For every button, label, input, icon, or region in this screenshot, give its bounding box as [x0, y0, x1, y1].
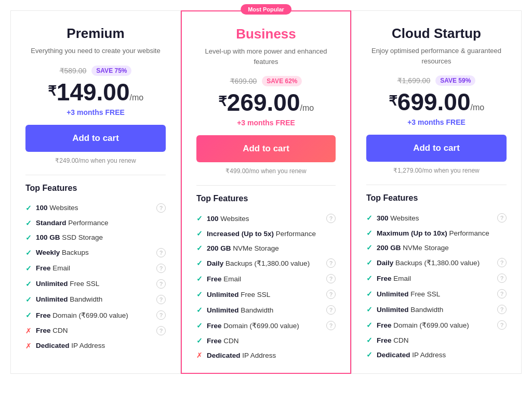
feature-item: ✓ Daily Backups (₹1,380.00 value) ? [366, 255, 507, 270]
info-icon[interactable]: ? [326, 290, 336, 299]
feature-left: ✓ 100 Websites [196, 214, 249, 223]
feature-left: ✓ Free CDN [366, 336, 409, 344]
feature-left: ✓ Free Email [196, 275, 241, 283]
feature-text: 100 Websites [36, 204, 78, 212]
pricing-card-premium: PremiumEverything you need to create you… [10, 10, 181, 374]
info-icon[interactable]: ? [156, 203, 166, 213]
feature-left: ✗ Dedicated IP Address [196, 351, 276, 359]
feature-left: ✓ Unlimited Free SSL [25, 280, 99, 288]
feature-text: Free Email [36, 264, 70, 272]
feature-left: ✓ Daily Backups (₹1,380.00 value) [366, 258, 480, 267]
current-price: ₹149.00/mo [25, 80, 166, 104]
pricing-grid: PremiumEverything you need to create you… [10, 10, 522, 374]
info-icon[interactable]: ? [326, 258, 336, 268]
section-divider [25, 175, 166, 175]
price-row: ₹699.00 SAVE 62% [196, 76, 336, 86]
info-icon[interactable]: ? [497, 213, 507, 223]
info-icon[interactable]: ? [497, 274, 507, 283]
info-icon[interactable]: ? [156, 264, 166, 273]
feature-left: ✓ 300 Websites [366, 214, 419, 222]
info-icon[interactable]: ? [156, 326, 166, 335]
plan-name: Cloud Startup [366, 25, 507, 42]
check-icon: ✓ [25, 219, 32, 227]
original-price: ₹1,699.00 [397, 76, 431, 85]
pricing-card-cloud-startup: Cloud StartupEnjoy optimised performance… [351, 10, 522, 374]
info-icon[interactable]: ? [497, 258, 507, 267]
info-icon[interactable]: ? [156, 295, 166, 304]
info-icon[interactable]: ? [326, 321, 336, 330]
add-to-cart-button[interactable]: Add to cart [25, 125, 166, 152]
plan-description: Everything you need to create your websi… [25, 46, 166, 56]
feature-item: ✓ Unlimited Bandwidth ? [196, 302, 336, 318]
pricing-card-business: Most PopularBusinessLevel-up with more p… [181, 10, 351, 374]
feature-text: Standard Performance [36, 219, 109, 227]
feature-left: ✗ Free CDN [25, 327, 68, 335]
info-icon[interactable]: ? [326, 274, 336, 283]
check-icon: ✓ [196, 336, 203, 345]
free-months-label: +3 months FREE [366, 118, 507, 126]
price-row: ₹589.00 SAVE 75% [25, 66, 166, 76]
feature-item: ✓ Free Email ? [196, 271, 336, 287]
feature-text: Free Email [377, 275, 411, 282]
info-icon[interactable]: ? [497, 289, 507, 298]
feature-text: Unlimited Bandwidth [207, 306, 273, 314]
info-icon[interactable]: ? [497, 305, 507, 314]
feature-left: ✓ Free CDN [196, 336, 239, 345]
feature-text: 300 Websites [377, 214, 419, 222]
feature-item: ✓ 200 GB NVMe Storage [196, 241, 336, 255]
feature-text: 200 GB NVMe Storage [377, 244, 449, 252]
price-row: ₹1,699.00 SAVE 59% [366, 75, 507, 86]
feature-item: ✗ Dedicated IP Address [25, 339, 166, 353]
feature-item: ✓ Free CDN [196, 333, 336, 348]
section-divider [366, 185, 507, 185]
info-icon[interactable]: ? [326, 305, 336, 315]
feature-item: ✓ Free CDN [366, 333, 507, 347]
check-icon: ✓ [366, 243, 373, 252]
feature-left: ✓ Unlimited Bandwidth [366, 305, 443, 314]
feature-left: ✓ Unlimited Bandwidth [196, 306, 273, 314]
feature-left: ✓ 100 Websites [25, 204, 78, 212]
info-icon[interactable]: ? [497, 320, 507, 330]
add-to-cart-button[interactable]: Add to cart [196, 135, 336, 162]
info-icon[interactable]: ? [156, 279, 166, 289]
info-icon[interactable]: ? [326, 214, 336, 223]
feature-text: Unlimited Bandwidth [377, 306, 443, 314]
feature-text: Free Domain (₹699.00 value) [207, 321, 299, 330]
renew-price: ₹1,279.00/mo when you renew [366, 167, 507, 174]
feature-text: Unlimited Free SSL [36, 280, 99, 288]
feature-text: Weekly Backups [36, 249, 89, 256]
plan-name: Premium [25, 25, 166, 42]
feature-text: Free Domain (₹699.00 value) [377, 321, 469, 329]
feature-text: Increased (Up to 5x) Performance [207, 230, 316, 238]
check-icon: ✓ [366, 258, 373, 267]
check-icon: ✓ [366, 336, 373, 344]
check-icon: ✓ [366, 350, 373, 359]
check-icon: ✓ [366, 229, 373, 237]
check-icon: ✓ [196, 214, 203, 223]
check-icon: ✓ [196, 229, 203, 238]
feature-text: Dedicated IP Address [36, 342, 105, 349]
original-price: ₹699.00 [230, 77, 257, 85]
current-price: ₹699.00/mo [366, 90, 507, 114]
feature-text: 200 GB NVMe Storage [207, 244, 279, 252]
feature-item: ✗ Free CDN ? [25, 323, 166, 339]
feature-left: ✓ Unlimited Free SSL [196, 290, 270, 298]
check-icon: ✓ [25, 249, 32, 257]
add-to-cart-button[interactable]: Add to cart [366, 135, 507, 162]
check-icon: ✓ [196, 259, 203, 267]
check-icon: ✓ [366, 321, 373, 329]
feature-item: ✓ Free Domain (₹699.00 value) ? [366, 317, 507, 333]
info-icon[interactable]: ? [156, 248, 166, 257]
per-month-label: /mo [471, 103, 485, 112]
feature-left: ✓ Free Domain (₹699.00 value) [366, 321, 469, 329]
feature-item: ✓ 200 GB NVMe Storage [366, 240, 507, 255]
check-icon: ✓ [196, 244, 203, 252]
feature-item: ✓ Free Email ? [366, 270, 507, 286]
feature-list: ✓ 300 Websites ? ✓ Maximum (Up to 10x) P… [366, 210, 507, 362]
top-features-title: Top Features [366, 193, 507, 203]
feature-text: Free CDN [207, 337, 239, 345]
feature-text: Daily Backups (₹1,380.00 value) [207, 259, 310, 267]
info-icon[interactable]: ? [156, 310, 166, 320]
check-icon: ✓ [366, 305, 373, 314]
feature-left: ✓ 100 GB SSD Storage [25, 233, 103, 242]
